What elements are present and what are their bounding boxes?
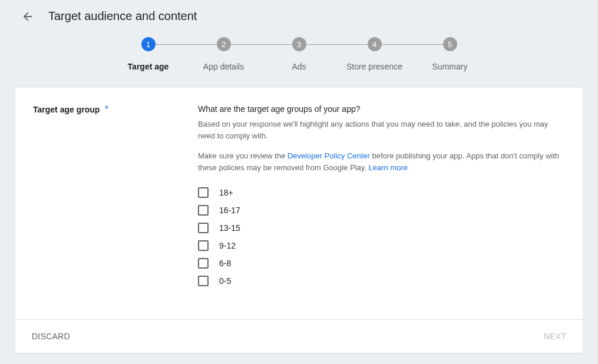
age-option-label: 9-12 (219, 241, 236, 250)
age-option-label: 18+ (219, 188, 233, 197)
age-option-label: 0-5 (219, 276, 231, 286)
policy-center-link[interactable]: Developer Policy Center (288, 151, 370, 160)
checkbox-icon[interactable] (198, 205, 209, 216)
field-content-column: What are the target age groups of your a… (198, 104, 565, 286)
step-label: App details (203, 62, 244, 71)
step-connector (224, 44, 299, 45)
checkbox-icon[interactable] (198, 258, 209, 269)
field-label-column: Target age group * (33, 104, 186, 286)
checkbox-icon[interactable] (198, 223, 209, 233)
age-option-label: 16-17 (219, 206, 240, 215)
age-option[interactable]: 9-12 (198, 240, 565, 251)
checkbox-icon[interactable] (198, 187, 209, 198)
step-number: 4 (368, 37, 382, 51)
age-option-label: 13-15 (219, 223, 240, 233)
back-arrow-icon[interactable] (21, 10, 34, 23)
age-options-list: 18+16-1713-159-126-80-5 (198, 187, 565, 286)
hint-text-2: Make sure you review the Developer Polic… (198, 150, 565, 174)
required-indicator: * (105, 104, 108, 114)
hint2-pre: Make sure you review the (198, 151, 288, 160)
field-label: Target age group (33, 105, 100, 114)
page-title: Target audience and content (48, 9, 197, 23)
step-number: 3 (292, 37, 306, 51)
step-connector (148, 44, 224, 45)
step-label: Target age (128, 62, 169, 71)
age-option[interactable]: 13-15 (198, 223, 565, 233)
question-text: What are the target age groups of your a… (198, 104, 565, 114)
age-option[interactable]: 0-5 (198, 276, 565, 286)
step-number: 1 (141, 37, 156, 51)
age-option[interactable]: 16-17 (198, 205, 565, 216)
form-card: Target age group * What are the target a… (15, 88, 583, 353)
step-connector (375, 44, 450, 45)
card-body: Target age group * What are the target a… (15, 88, 583, 319)
age-option-label: 6-8 (219, 259, 231, 268)
step-number: 2 (217, 37, 231, 51)
checkbox-icon[interactable] (198, 276, 209, 286)
card-footer: Discard Next (15, 319, 583, 353)
step-label: Ads (292, 62, 306, 71)
next-button[interactable]: Next (544, 332, 566, 341)
step-app-details[interactable]: 2App details (186, 37, 262, 71)
step-connector (299, 44, 375, 45)
step-number: 5 (443, 37, 457, 51)
step-target-age[interactable]: 1Target age (111, 37, 186, 71)
step-store-presence[interactable]: 4Store presence (337, 37, 412, 71)
header-bar: Target audience and content (0, 0, 598, 29)
step-label: Summary (432, 62, 468, 71)
step-ads[interactable]: 3Ads (262, 37, 337, 71)
age-option[interactable]: 6-8 (198, 258, 565, 269)
discard-button[interactable]: Discard (32, 332, 70, 341)
stepper: 1Target age2App details3Ads4Store presen… (0, 29, 598, 88)
checkbox-icon[interactable] (198, 240, 209, 251)
age-option[interactable]: 18+ (198, 187, 565, 198)
learn-more-link[interactable]: Learn more (369, 163, 408, 172)
step-summary[interactable]: 5Summary (412, 37, 488, 71)
hint-text-1: Based on your response we'll highlight a… (198, 118, 565, 142)
step-label: Store presence (346, 62, 402, 71)
